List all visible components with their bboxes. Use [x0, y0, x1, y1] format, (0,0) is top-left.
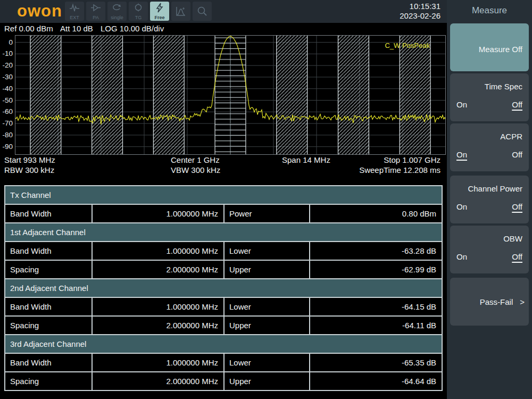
rbw: RBW 300 kHz	[4, 165, 54, 175]
time-spec-button[interactable]: Time Spec On Off	[450, 73, 529, 121]
y-axis-tick: -30	[0, 73, 13, 81]
preamp-button[interactable]: PA	[86, 2, 105, 21]
param-value: -63.28 dB	[310, 242, 442, 260]
free-label: Free	[150, 15, 169, 20]
section-label: 2nd Adjacent Channel	[5, 279, 442, 297]
param-value: 1.000000 MHz	[92, 204, 224, 223]
table-row: Band Width 1.000000 MHz Lower -64.15 dB	[5, 297, 442, 316]
param-label: Lower	[224, 242, 310, 260]
acpr-button[interactable]: ACPR On Off	[450, 123, 529, 171]
channel-power-off[interactable]: Off	[512, 202, 522, 211]
param-label: Spacing	[5, 260, 92, 279]
param-value: -62.99 dB	[310, 260, 442, 279]
pa-label: PA	[86, 15, 105, 20]
tg-circle-icon	[133, 3, 144, 13]
measure-off-button[interactable]: Measure Off	[450, 23, 529, 71]
time-spec-off[interactable]: Off	[512, 100, 522, 109]
section-label: 1st Adjacent Channel	[5, 223, 442, 242]
param-label: Band Width	[5, 204, 92, 223]
acpr-on[interactable]: On	[456, 150, 467, 159]
center-frequency: Center 1 GHz	[171, 155, 220, 165]
peak-chart-icon	[175, 5, 187, 17]
time-spec-on[interactable]: On	[456, 100, 467, 109]
param-label: Upper	[224, 372, 310, 390]
log-scale: LOG 10.00 dB/div	[101, 24, 164, 33]
magnifier-icon	[196, 5, 208, 17]
param-value: 2.000000 MHz	[92, 372, 224, 390]
table-section-row: 3rd Adjacent Channel	[5, 335, 442, 353]
ext-waveform-icon	[69, 3, 80, 13]
param-label: Band Width	[5, 242, 92, 260]
obw-on[interactable]: On	[456, 252, 467, 261]
param-value: -64.11 dB	[310, 316, 442, 335]
acpr-results-table: Tx Channel Band Width 1.000000 MHz Power…	[4, 185, 443, 391]
table-row: Band Width 1.000000 MHz Lower -63.28 dB	[5, 242, 442, 260]
ext-label: EXT	[65, 15, 84, 20]
ext-trigger-button[interactable]: EXT	[65, 2, 84, 21]
span: Span 14 MHz	[282, 155, 330, 165]
pass-fail-label: Pass-Fail	[480, 297, 513, 306]
tracking-generator-button[interactable]: TG	[129, 2, 148, 21]
spectrum-plot: C_W PosPeak	[15, 35, 446, 155]
trace-mode-label: C_W PosPeak	[385, 41, 430, 49]
param-value: 1.000000 MHz	[92, 297, 224, 316]
param-value: -64.64 dB	[310, 372, 442, 390]
clock: 10:15:31 2023-02-26	[400, 2, 440, 21]
table-section-row: Tx Channel	[5, 186, 442, 204]
table-row: Band Width 1.000000 MHz Power 0.80 dBm	[5, 204, 442, 223]
param-label: Band Width	[5, 353, 92, 372]
param-value: 1.000000 MHz	[92, 242, 224, 260]
measure-menu: Measure Measure Off Time Spec On Off ACP…	[447, 0, 532, 399]
stop-frequency: Stop 1.007 GHz	[384, 155, 440, 165]
free-run-button[interactable]: Free	[150, 2, 169, 21]
y-axis: 0-10-20-30-40-50-60-70-80-90	[0, 35, 13, 155]
param-value: 2.000000 MHz	[92, 316, 224, 335]
table-row: Spacing 2.000000 MHz Upper -64.11 dB	[5, 316, 442, 335]
tg-label: TG	[129, 15, 148, 20]
vbw: VBW 300 kHz	[171, 165, 220, 175]
channel-power-on[interactable]: On	[456, 202, 467, 211]
attenuation: Att 10 dB	[60, 24, 93, 33]
amplifier-icon	[90, 3, 101, 13]
amplitude-settings-line: Ref 0.00 dBm Att 10 dB LOG 10.00 dB/div	[4, 24, 169, 33]
param-value: 2.000000 MHz	[92, 260, 224, 279]
param-value: 1.000000 MHz	[92, 353, 224, 372]
channel-power-button[interactable]: Channel Power On Off	[450, 176, 529, 223]
acpr-label: ACPR	[500, 132, 522, 141]
menu-title: Measure	[447, 5, 532, 16]
param-label: Lower	[224, 297, 310, 316]
y-axis-tick: 0	[0, 38, 13, 47]
lightning-bolt-icon	[154, 3, 165, 13]
param-label: Power	[224, 204, 310, 223]
acpr-off[interactable]: Off	[512, 150, 522, 159]
owon-logo: owon	[17, 2, 62, 20]
section-label: 3rd Adjacent Channel	[5, 335, 442, 353]
channel-power-label: Channel Power	[468, 184, 522, 193]
single-label: single	[107, 15, 127, 20]
ref-level: Ref 0.00 dBm	[4, 24, 53, 33]
sweep-time: SweepTime 12.208 ms	[359, 165, 440, 175]
y-axis-tick: -60	[0, 107, 13, 116]
param-label: Upper	[224, 316, 310, 335]
obw-off[interactable]: Off	[512, 252, 522, 261]
param-value: 0.80 dBm	[310, 204, 442, 223]
y-axis-tick: -90	[0, 143, 13, 151]
table-row: Spacing 2.000000 MHz Upper -64.64 dB	[5, 372, 442, 390]
table-row: Band Width 1.000000 MHz Lower -65.35 dB	[5, 353, 442, 372]
param-value: -64.15 dB	[310, 297, 442, 316]
obw-button[interactable]: OBW On Off	[450, 226, 529, 273]
table-section-row: 2nd Adjacent Channel	[5, 279, 442, 297]
chevron-right-icon: >	[520, 297, 525, 306]
single-sweep-button[interactable]: single	[107, 2, 127, 21]
search-button[interactable]	[193, 2, 212, 21]
time: 10:15:31	[400, 2, 440, 11]
measure-off-label: Measure Off	[479, 45, 522, 54]
start-frequency: Start 993 MHz	[4, 155, 55, 165]
y-axis-tick: -50	[0, 96, 13, 105]
y-axis-tick: -20	[0, 61, 13, 70]
table-row: Spacing 2.000000 MHz Upper -62.99 dB	[5, 260, 442, 279]
pass-fail-button[interactable]: Pass-Fail >	[450, 278, 529, 326]
param-value: -65.35 dB	[310, 353, 442, 372]
trace-peak-button[interactable]	[171, 2, 190, 21]
spectrum-analyzer-screen: owon EXT PA single	[0, 0, 532, 399]
